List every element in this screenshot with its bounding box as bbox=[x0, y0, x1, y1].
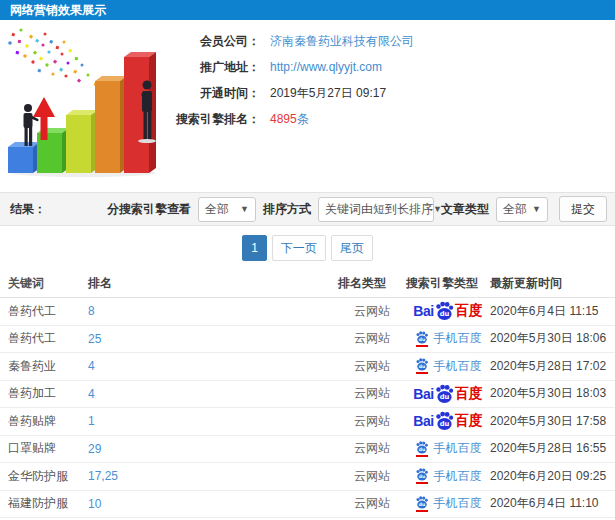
promo-url-link[interactable]: http://www.qlyyjt.com bbox=[270, 60, 382, 75]
header-update-time: 最新更新时间 bbox=[490, 275, 615, 292]
svg-text:du: du bbox=[418, 447, 424, 452]
article-type-select[interactable]: 全部 ▼ bbox=[496, 197, 548, 222]
keyword-cell: 口罩贴牌 bbox=[8, 440, 88, 457]
title-bar: 网络营销效果展示 bbox=[0, 0, 615, 20]
table-body: 兽药代工 8 云网站 Bai du 百度 2020年6月4日 11:15 兽药代… bbox=[0, 298, 615, 520]
table-row: 兽药代工 25 云网站 du 手机百度 2 bbox=[0, 326, 615, 354]
baidu-logo: Bai du 百度 bbox=[413, 301, 482, 321]
bar-yellow bbox=[66, 110, 98, 173]
svg-text:du: du bbox=[439, 311, 449, 319]
baidu-logo-text-bai: Bai bbox=[413, 386, 433, 402]
member-info-list: 会员公司： 济南秦鲁药业科技有限公司 推广地址： http://www.qlyy… bbox=[172, 20, 615, 190]
svg-text:du: du bbox=[439, 393, 449, 401]
mobile-baidu-label: 手机百度 bbox=[434, 330, 482, 347]
rank-link[interactable]: 4 bbox=[88, 387, 338, 401]
filter-controls: 分搜索引擎查看 全部 ▼ 排序方式 关键词由短到长排序 ▼ 文章类型 全部 ▼ … bbox=[105, 196, 607, 222]
rank-type-cell: 云网站 bbox=[338, 413, 406, 430]
table-row: 口罩贴牌 29 云网站 du 手机百度 2 bbox=[0, 436, 615, 464]
page-title: 网络营销效果展示 bbox=[10, 2, 106, 19]
engine-cell: du 手机百度 bbox=[406, 440, 490, 457]
rank-count-value: 4895条 bbox=[270, 112, 309, 127]
rank-link[interactable]: 8 bbox=[88, 304, 338, 318]
mobile-baidu-label: 手机百度 bbox=[434, 358, 482, 375]
engine-cell: Bai du 百度 bbox=[406, 384, 490, 404]
baidu-logo: Bai du 百度 bbox=[413, 384, 482, 404]
submit-button[interactable]: 提交 bbox=[559, 196, 607, 222]
update-time-cell: 2020年6月4日 11:10 bbox=[490, 495, 615, 512]
chevron-down-icon: ▼ bbox=[240, 204, 249, 214]
update-time-cell: 2020年5月30日 17:58 bbox=[490, 413, 615, 430]
baidu-logo-text-baidu: 百度 bbox=[455, 302, 483, 320]
chevron-down-icon: ▼ bbox=[532, 204, 541, 214]
keyword-cell: 兽药代工 bbox=[8, 330, 88, 347]
mobile-baidu-underline bbox=[416, 345, 428, 347]
engine-cell: du 手机百度 bbox=[406, 330, 490, 347]
engine-cell: Bai du 百度 bbox=[406, 411, 490, 431]
engine-select[interactable]: 全部 ▼ bbox=[198, 197, 256, 222]
baidu-paw-icon: du bbox=[434, 384, 455, 404]
mobile-baidu-paw-icon: du bbox=[415, 331, 429, 347]
keyword-cell: 兽药贴牌 bbox=[8, 413, 88, 430]
keyword-cell: 兽药加工 bbox=[8, 385, 88, 402]
bar-blue bbox=[8, 142, 40, 173]
next-page-button[interactable]: 下一页 bbox=[272, 235, 326, 261]
open-time-value: 2019年5月27日 09:17 bbox=[270, 86, 386, 101]
rank-link[interactable]: 10 bbox=[88, 497, 338, 511]
keyword-cell: 金华防护服 bbox=[8, 468, 88, 485]
update-time-cell: 2020年6月20日 09:25 bbox=[490, 468, 615, 485]
table-row: 兽药代工 8 云网站 Bai du 百度 2020年6月4日 11:15 bbox=[0, 298, 615, 326]
page-1-button[interactable]: 1 bbox=[242, 235, 267, 261]
update-time-cell: 2020年5月28日 16:55 bbox=[490, 440, 615, 457]
rank-link[interactable]: 29 bbox=[88, 442, 338, 456]
rank-link[interactable]: 25 bbox=[88, 332, 338, 346]
svg-text:du: du bbox=[439, 421, 449, 429]
table-row: 秦鲁药业 4 云网站 du 手机百度 20 bbox=[0, 353, 615, 381]
rank-count-number: 4895 bbox=[270, 112, 297, 126]
rank-type-cell: 云网站 bbox=[338, 303, 406, 320]
svg-text:du: du bbox=[418, 364, 424, 369]
engine-cell: du 手机百度 bbox=[406, 358, 490, 375]
rank-type-cell: 云网站 bbox=[338, 358, 406, 375]
engine-select-value: 全部 bbox=[205, 201, 229, 218]
rank-type-cell: 云网站 bbox=[338, 495, 406, 512]
header-rank: 排名 bbox=[88, 275, 338, 292]
svg-text:du: du bbox=[418, 337, 424, 342]
mobile-baidu-logo: du 手机百度 bbox=[415, 468, 482, 485]
marketing-chart-illustration bbox=[0, 20, 172, 190]
results-table: 关键词 排名 排名类型 搜索引擎类型 最新更新时间 兽药代工 8 云网站 Bai… bbox=[0, 270, 615, 520]
table-row: 金华防护服 17,25 云网站 du 手机百度 bbox=[0, 463, 615, 491]
table-row: 兽药加工 4 云网站 Bai du 百度 2020年5月30日 18:03 bbox=[0, 381, 615, 409]
mobile-baidu-label: 手机百度 bbox=[434, 468, 482, 485]
last-page-button[interactable]: 尾页 bbox=[331, 235, 373, 261]
mobile-baidu-paw-icon: du bbox=[415, 358, 429, 374]
mobile-baidu-logo: du 手机百度 bbox=[415, 358, 482, 375]
mobile-baidu-logo: du 手机百度 bbox=[415, 440, 482, 457]
mobile-baidu-underline bbox=[416, 510, 428, 512]
company-name-link[interactable]: 济南秦鲁药业科技有限公司 bbox=[270, 34, 414, 49]
update-time-cell: 2020年5月30日 18:03 bbox=[490, 385, 615, 402]
sort-select[interactable]: 关键词由短到长排序 ▼ bbox=[318, 197, 434, 222]
mobile-baidu-underline bbox=[416, 372, 428, 374]
baidu-logo: Bai du 百度 bbox=[413, 411, 482, 431]
info-row-rank-count: 搜索引擎排名： 4895条 bbox=[172, 112, 615, 127]
mobile-baidu-paw-icon: du bbox=[415, 468, 429, 484]
keyword-cell: 福建防护服 bbox=[8, 495, 88, 512]
rank-link[interactable]: 17,25 bbox=[88, 469, 338, 483]
rank-type-cell: 云网站 bbox=[338, 330, 406, 347]
mobile-baidu-label: 手机百度 bbox=[434, 440, 482, 457]
mobile-baidu-paw-icon: du bbox=[415, 496, 429, 512]
rank-count-label: 搜索引擎排名： bbox=[172, 112, 260, 127]
engine-filter-label: 分搜索引擎查看 bbox=[107, 201, 191, 218]
rank-link[interactable]: 1 bbox=[88, 414, 338, 428]
open-time-label: 开通时间： bbox=[172, 86, 260, 101]
rank-type-cell: 云网站 bbox=[338, 440, 406, 457]
info-row-url: 推广地址： http://www.qlyyjt.com bbox=[172, 60, 615, 75]
mobile-baidu-label: 手机百度 bbox=[434, 495, 482, 512]
bar-orange bbox=[95, 76, 127, 173]
update-time-cell: 2020年6月4日 11:15 bbox=[490, 303, 615, 320]
baidu-logo-text-bai: Bai bbox=[413, 303, 433, 319]
article-type-label: 文章类型 bbox=[441, 201, 489, 218]
rank-link[interactable]: 4 bbox=[88, 359, 338, 373]
update-time-cell: 2020年5月30日 18:06 bbox=[490, 330, 615, 347]
engine-cell: du 手机百度 bbox=[406, 495, 490, 512]
